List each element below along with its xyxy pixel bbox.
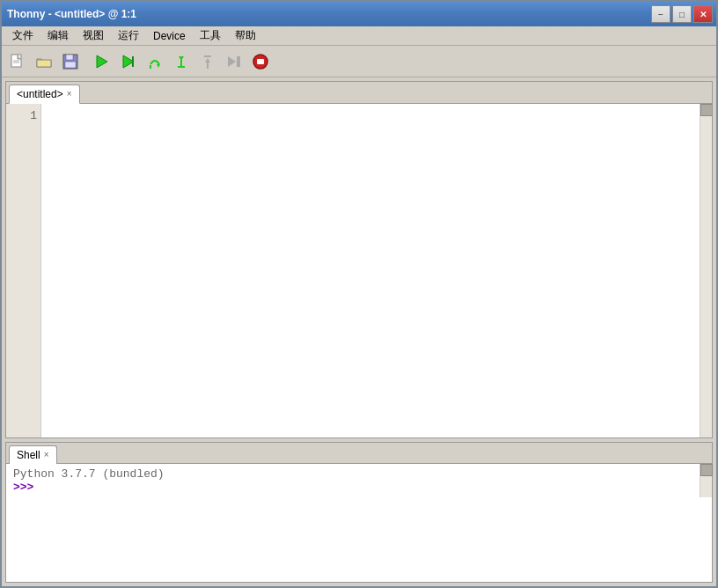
shell-content[interactable]: Python 3.7.7 (bundled) >>> [6, 464, 700, 497]
step-into-button[interactable] [169, 49, 194, 74]
stop-icon [252, 53, 269, 70]
svg-rect-16 [207, 62, 209, 69]
svg-rect-11 [150, 65, 151, 69]
resume-button[interactable] [222, 49, 246, 74]
menu-file[interactable]: 文件 [5, 26, 40, 45]
shell-tab[interactable]: Shell × [9, 445, 57, 464]
menu-tools[interactable]: 工具 [193, 26, 228, 45]
menu-bar: 文件 编辑 视图 运行 Device 工具 帮助 [2, 26, 716, 46]
save-button[interactable] [58, 49, 83, 74]
svg-marker-7 [97, 55, 107, 68]
editor-panel: <untitled> × 1 [5, 81, 713, 438]
svg-rect-13 [180, 60, 182, 67]
shell-scrollbar-thumb[interactable] [700, 464, 713, 476]
new-button[interactable] [5, 49, 30, 74]
svg-rect-3 [37, 60, 51, 67]
shell-row: Python 3.7.7 (bundled) >>> [6, 464, 712, 497]
toolbar-separator-1 [84, 49, 88, 74]
close-button[interactable]: ✕ [693, 5, 713, 23]
window-title: Thonny - <untitled> @ 1:1 [7, 8, 651, 20]
editor-tab-untitled[interactable]: <untitled> × [9, 85, 80, 104]
main-window: Thonny - <untitled> @ 1:1 − □ ✕ 文件 编辑 视图… [0, 0, 718, 588]
stop-button[interactable] [248, 49, 273, 74]
svg-marker-10 [157, 64, 160, 68]
editor-content[interactable] [41, 104, 700, 437]
menu-view[interactable]: 视图 [76, 26, 111, 45]
svg-rect-9 [132, 56, 134, 67]
shell-panel: Shell × Python 3.7.7 (bundled) >>> [5, 442, 713, 583]
menu-device[interactable]: Device [146, 28, 193, 44]
step-over-icon [146, 53, 164, 70]
new-icon [9, 53, 26, 70]
svg-rect-19 [237, 56, 240, 67]
editor-tab-label: <untitled> [17, 88, 63, 100]
shell-prompt: >>> [13, 481, 692, 494]
line-numbers: 1 [6, 104, 41, 437]
maximize-button[interactable]: □ [672, 5, 692, 23]
debug-icon [120, 53, 137, 70]
svg-rect-6 [65, 62, 76, 68]
resume-icon [225, 53, 243, 70]
editor-scrollbar[interactable] [700, 104, 712, 437]
menu-help[interactable]: 帮助 [228, 26, 263, 45]
open-button[interactable] [32, 49, 56, 74]
minimize-button[interactable]: − [651, 5, 670, 23]
shell-tab-close[interactable]: × [44, 451, 49, 459]
title-bar: Thonny - <untitled> @ 1:1 − □ ✕ [2, 2, 716, 26]
run-icon [93, 53, 111, 70]
line-number-1: 1 [10, 107, 37, 126]
svg-rect-21 [257, 59, 264, 64]
editor-area: 1 [6, 104, 712, 437]
run-button[interactable] [90, 49, 114, 74]
step-out-button[interactable] [195, 49, 220, 74]
shell-tab-label: Shell [17, 449, 40, 461]
main-content: <untitled> × 1 Shell × [2, 77, 716, 586]
debug-button[interactable] [116, 49, 141, 74]
menu-run[interactable]: 运行 [111, 26, 146, 45]
shell-info-line: Python 3.7.7 (bundled) [13, 467, 692, 481]
title-bar-buttons: − □ ✕ [651, 5, 713, 23]
save-icon [62, 53, 79, 70]
editor-tab-close[interactable]: × [67, 90, 72, 99]
svg-marker-18 [228, 56, 236, 67]
shell-tab-bar: Shell × [6, 443, 712, 464]
step-out-icon [199, 53, 216, 70]
editor-tab-bar: <untitled> × [6, 82, 712, 104]
step-over-button[interactable] [143, 49, 167, 74]
open-icon [35, 53, 53, 70]
shell-scrollbar[interactable] [700, 464, 712, 497]
editor-scrollbar-thumb[interactable] [700, 104, 712, 116]
step-into-icon [172, 53, 190, 70]
menu-edit[interactable]: 编辑 [40, 26, 76, 45]
svg-rect-5 [66, 55, 73, 60]
toolbar [2, 46, 716, 77]
